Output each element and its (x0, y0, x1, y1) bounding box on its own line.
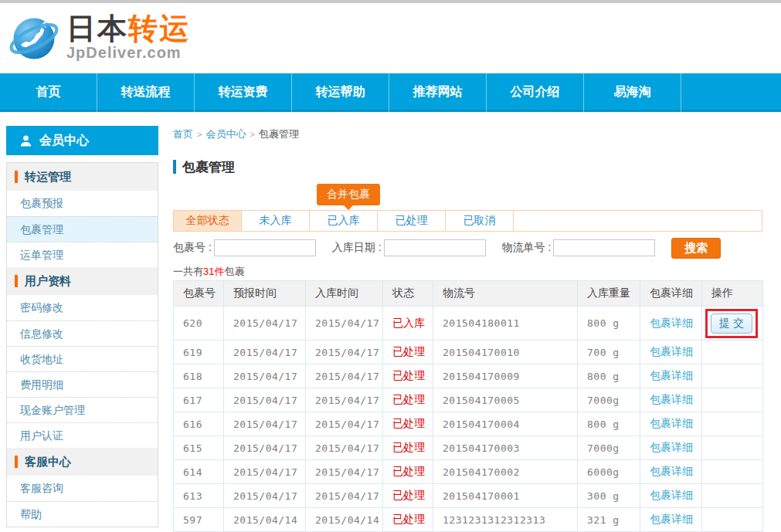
member-person-icon (19, 134, 32, 147)
sidebar-title: 会员中心 (6, 126, 158, 155)
summary-suffix: 包裹 (224, 266, 244, 277)
cell-detail: 包裹详细 (640, 412, 702, 436)
sidebar-section: 转运管理 包裹预报包裹管理运单管理 (7, 163, 158, 267)
logo-title-dark: 日本 (66, 12, 128, 45)
cell-action (702, 508, 763, 532)
cell-status: 已处理 (383, 341, 433, 364)
cell-inbound-date: 2015/04/17 (306, 307, 383, 341)
sidebar-item[interactable]: 包裹管理 (7, 216, 158, 242)
table-header-row: 包裹号预报时间入库时间状态物流号入库重量包裹详细操作 (174, 281, 763, 307)
page: 日本转运 JpDeliver.com 首页转送流程转运资费转运帮助推荐网站公司介… (0, 0, 781, 532)
package-detail-link[interactable]: 包裹详细 (650, 513, 693, 525)
breadcrumb-current: 包裹管理 (259, 128, 299, 140)
red-highlight-box: 提交 (705, 309, 758, 338)
sidebar-item[interactable]: 密码修改 (7, 295, 158, 320)
nav-item[interactable]: 公司介绍 (487, 73, 584, 112)
search-field-input[interactable] (214, 239, 316, 256)
table-row: 617 2015/04/17 2015/04/17 已处理 2015041700… (174, 388, 763, 412)
cell-weight: 6000g (578, 460, 640, 484)
page-title-row: 包裹管理 (173, 159, 762, 175)
sidebar-item[interactable]: 费用明细 (7, 371, 158, 397)
submit-button[interactable]: 提交 (711, 313, 752, 334)
cell-forecast-date: 2015/04/17 (224, 388, 306, 412)
search-field-label: 入库日期 : (332, 241, 382, 255)
cell-weight: 7000g (578, 388, 640, 412)
cell-inbound-date: 2015/04/14 (306, 508, 383, 532)
cell-status: 已处理 (383, 460, 433, 484)
nav-item[interactable]: 推荐网站 (389, 73, 487, 112)
logo-title: 日本转运 (66, 14, 190, 43)
summary-count: 31件 (203, 266, 224, 277)
cell-package-no: 619 (174, 341, 224, 364)
sidebar-section-items: 包裹预报包裹管理运单管理 (7, 191, 158, 267)
cell-status: 已处理 (383, 364, 433, 388)
table-row: 618 2015/04/17 2015/04/17 已处理 2015041700… (174, 364, 763, 388)
cell-detail: 包裹详细 (640, 388, 702, 412)
sidebar-item[interactable]: 运单管理 (7, 242, 158, 267)
sidebar-item[interactable]: 现金账户管理 (7, 397, 158, 422)
merge-packages-button[interactable]: 合并包裹 (317, 184, 380, 205)
package-detail-link[interactable]: 包裹详细 (650, 317, 693, 329)
cell-detail: 包裹详细 (640, 364, 702, 388)
nav-item[interactable]: 转送流程 (97, 73, 195, 112)
sidebar-section: 用户资料 密码修改信息修改收货地址费用明细现金账户管理用户认证 (7, 267, 158, 448)
cell-action (702, 341, 763, 364)
package-detail-link[interactable]: 包裹详细 (650, 417, 693, 429)
site-logo[interactable]: 日本转运 JpDeliver.com (8, 8, 190, 67)
search-field-input[interactable] (553, 239, 655, 256)
table-header-cell: 预报时间 (224, 281, 306, 307)
nav-item[interactable]: 首页 (0, 73, 97, 112)
cell-status: 已处理 (383, 388, 433, 412)
table-header-cell: 包裹详细 (640, 281, 702, 307)
search-button[interactable]: 搜索 (671, 238, 721, 259)
cell-package-no: 615 (174, 436, 224, 460)
table-row: 619 2015/04/17 2015/04/17 已处理 2015041700… (174, 341, 763, 364)
status-tab[interactable]: 已入库 (310, 211, 378, 231)
package-detail-link[interactable]: 包裹详细 (650, 465, 693, 477)
cell-detail: 包裹详细 (640, 436, 702, 460)
breadcrumb-separator: > (197, 130, 202, 139)
cell-status: 已入库 (383, 307, 433, 341)
nav-item[interactable]: 易海淘 (584, 73, 681, 112)
package-detail-link[interactable]: 包裹详细 (650, 345, 693, 357)
breadcrumb-separator: > (250, 130, 254, 139)
cell-inbound-date: 2015/04/17 (306, 388, 383, 412)
package-detail-link[interactable]: 包裹详细 (650, 393, 693, 405)
sidebar-item[interactable]: 客服咨询 (7, 476, 158, 501)
status-tab[interactable]: 未入库 (242, 211, 310, 231)
cell-inbound-date: 2015/04/17 (306, 484, 383, 508)
sidebar-section-title: 转运管理 (7, 163, 158, 191)
breadcrumb-link[interactable]: 会员中心 (205, 128, 246, 140)
search-field: 入库日期 : (332, 239, 502, 256)
sidebar-item[interactable]: 收货地址 (7, 346, 158, 371)
package-detail-link[interactable]: 包裹详细 (650, 441, 693, 453)
package-detail-link[interactable]: 包裹详细 (650, 489, 693, 501)
status-tab[interactable]: 已取消 (446, 211, 514, 231)
cell-status: 已处理 (383, 436, 433, 460)
cell-detail: 包裹详细 (640, 341, 702, 364)
sidebar-section-items: 客服咨询帮助 (7, 476, 158, 527)
breadcrumb-link[interactable]: 首页 (173, 128, 193, 140)
sidebar-item[interactable]: 用户认证 (7, 422, 158, 448)
cell-weight: 300 g (578, 484, 640, 508)
table-row: 615 2015/04/17 2015/04/17 已处理 2015041700… (174, 436, 763, 460)
search-field-input[interactable] (384, 239, 486, 256)
nav-item[interactable]: 转运资费 (195, 73, 292, 112)
sidebar-menu: 转运管理 包裹预报包裹管理运单管理 用户资料 密码修改信息修改收货地址费用明细现… (6, 162, 158, 527)
cell-tracking-no: 201504170003 (433, 436, 578, 460)
sidebar-item[interactable]: 帮助 (7, 501, 158, 527)
cell-package-no: 597 (174, 508, 224, 532)
package-detail-link[interactable]: 包裹详细 (650, 369, 693, 381)
sidebar-item[interactable]: 包裹预报 (7, 191, 158, 216)
cell-weight: 800 g (578, 307, 640, 341)
table-row: 616 2015/04/17 2015/04/17 已处理 2015041700… (174, 412, 763, 436)
cell-action (702, 436, 763, 460)
sidebar-section-title: 用户资料 (7, 267, 158, 295)
table-header-cell: 操作 (702, 281, 763, 307)
status-tab[interactable]: 全部状态 (174, 211, 242, 231)
sidebar-item[interactable]: 信息修改 (7, 320, 158, 346)
section-accent-bar (15, 456, 18, 468)
search-field: 包裹号 : (173, 239, 332, 256)
nav-item[interactable]: 转运帮助 (292, 73, 389, 112)
status-tab[interactable]: 已处理 (378, 211, 446, 231)
